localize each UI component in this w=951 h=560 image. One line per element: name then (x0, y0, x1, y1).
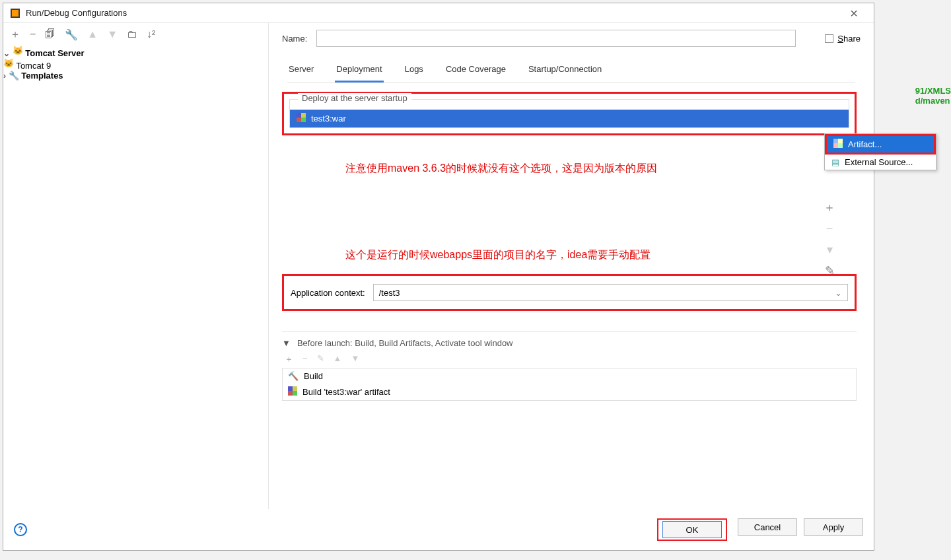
svg-text:🐱: 🐱 (13, 46, 23, 56)
sidebar: ＋ − 🗐 🔧 ▲ ▼ 🗀 ↓² ⌄ 🐱 Tomcat Server 🐱 T (3, 23, 269, 509)
move-down-icon[interactable]: ▼ (351, 353, 359, 365)
move-down-icon[interactable]: ▼ (107, 28, 118, 40)
svg-rect-5 (301, 118, 306, 122)
tab-startup-connection[interactable]: Startup/Connection (527, 60, 603, 83)
tomcat-icon: 🐱 (13, 48, 23, 58)
tomcat-icon: 🐱 (3, 61, 14, 71)
tree-node-tomcat-server[interactable]: ⌄ 🐱 Tomcat Server (3, 46, 268, 58)
tab-logs[interactable]: Logs (404, 60, 425, 83)
help-icon[interactable]: ? (14, 523, 27, 536)
remove-icon[interactable]: − (30, 28, 36, 40)
before-launch-item-label: Build 'test3:war' artifact (302, 387, 390, 397)
cancel-button[interactable]: Cancel (738, 518, 797, 536)
titlebar: Run/Debug Configurations × (3, 3, 874, 23)
popup-item-label: Artifact... (848, 139, 882, 149)
svg-rect-12 (833, 139, 838, 143)
appctx-select[interactable]: /test3 ⌄ (373, 284, 848, 301)
svg-rect-15 (833, 143, 838, 148)
svg-text:🐱: 🐱 (3, 58, 14, 69)
apply-button[interactable]: Apply (804, 518, 863, 536)
checkbox-icon[interactable] (825, 34, 833, 43)
tree-node-tomcat9[interactable]: 🐱 Tomcat 9 (3, 58, 268, 71)
intellij-icon (10, 8, 20, 18)
background-code-fragment: 91/XMLS d/maven (915, 86, 951, 106)
dialog-footer: ? OK Cancel Apply (3, 509, 874, 550)
tab-code-coverage[interactable]: Code Coverage (444, 60, 507, 83)
before-launch-item[interactable]: Build 'test3:war' artifact (283, 384, 856, 400)
annotation-1: 注意使用maven 3.6.3的时候就没有这个选项，这是因为版本的原因 (345, 162, 861, 176)
move-down-icon[interactable]: ▾ (822, 242, 837, 257)
appctx-label: Application context: (291, 288, 365, 298)
popup-item-label: External Source... (845, 157, 913, 167)
copy-icon[interactable]: 🗐 (45, 28, 55, 40)
add-icon[interactable]: ＋ (822, 200, 837, 215)
svg-rect-6 (301, 113, 306, 118)
before-launch-item-label: Build (304, 371, 323, 381)
before-launch-item[interactable]: 🔨 Build (283, 368, 856, 384)
artifact-icon (288, 386, 297, 398)
name-label: Name: (282, 34, 307, 44)
sidebar-toolbar: ＋ − 🗐 🔧 ▲ ▼ 🗀 ↓² (3, 23, 268, 46)
chevron-down-icon: ⌄ (835, 288, 842, 298)
name-input[interactable] (316, 30, 796, 47)
run-debug-dialog: Run/Debug Configurations × ＋ − 🗐 🔧 ▲ ▼ 🗀… (3, 3, 874, 551)
annotation-2: 这个是运行的时候webapps里面的项目的名字，idea需要手动配置 (345, 248, 861, 262)
wrench-icon[interactable]: 🔧 (65, 28, 78, 41)
svg-rect-14 (838, 139, 843, 143)
application-context-row: Application context: /test3 ⌄ (282, 274, 857, 311)
add-icon[interactable]: ＋ (10, 28, 20, 42)
close-icon[interactable]: × (841, 7, 867, 20)
add-deploy-popup: Artifact... ▤ External Source... (824, 133, 936, 170)
share-checkbox[interactable]: SSharehare (825, 34, 861, 44)
deploy-section-label: Deploy at the server startup (298, 93, 411, 103)
sort-icon[interactable]: ↓² (147, 28, 155, 40)
tree-label: Tomcat 9 (16, 61, 51, 71)
before-launch-toolbar: ＋ − ✎ ▲ ▼ (285, 353, 857, 365)
artifact-icon (833, 139, 843, 150)
file-icon: ▤ (831, 157, 839, 167)
tree-label: Templates (21, 71, 63, 81)
svg-rect-13 (838, 143, 843, 148)
deploy-section: Deploy at the server startup test3:war (282, 92, 857, 135)
tree-label: Tomcat Server (25, 48, 84, 58)
deploy-item-label: test3:war (311, 114, 346, 123)
move-up-icon[interactable]: ▲ (334, 353, 342, 365)
ok-highlight: OK (657, 518, 727, 541)
tabs: Server Deployment Logs Code Coverage Sta… (287, 60, 855, 83)
config-tree: ⌄ 🐱 Tomcat Server 🐱 Tomcat 9 › 🔧 Templat… (3, 46, 268, 509)
chevron-down-icon[interactable]: ▼ (282, 338, 291, 348)
main-panel: Name: SSharehare Server Deployment Logs … (269, 23, 874, 509)
svg-rect-1 (12, 10, 18, 17)
svg-rect-10 (293, 386, 297, 391)
move-up-icon[interactable]: ▲ (87, 28, 98, 40)
appctx-value: /test3 (379, 288, 400, 298)
artifact-icon (297, 113, 306, 124)
folder-icon[interactable]: 🗀 (127, 28, 137, 40)
tab-deployment[interactable]: Deployment (335, 60, 383, 83)
deploy-item[interactable]: test3:war (290, 110, 849, 127)
svg-rect-9 (293, 391, 297, 396)
before-launch-section: ▼ Before launch: Build, Build Artifacts,… (282, 331, 857, 401)
svg-rect-8 (288, 386, 293, 391)
deploy-side-toolbar: ＋ − ▾ ✎ (821, 200, 838, 278)
svg-rect-11 (288, 391, 293, 396)
popup-item-artifact[interactable]: Artifact... (827, 136, 934, 153)
tree-node-templates[interactable]: › 🔧 Templates (3, 71, 268, 81)
before-launch-label: Before launch: Build, Build Artifacts, A… (297, 338, 513, 348)
chevron-down-icon[interactable]: ⌄ (3, 49, 10, 58)
chevron-right-icon[interactable]: › (3, 71, 6, 81)
edit-icon[interactable]: ✎ (317, 353, 324, 365)
svg-rect-4 (297, 113, 301, 118)
hammer-build-icon: 🔨 (288, 371, 299, 381)
window-title: Run/Debug Configurations (26, 8, 841, 18)
remove-icon[interactable]: − (822, 221, 837, 236)
remove-icon[interactable]: − (302, 353, 308, 365)
share-label: SSharehare (837, 34, 861, 44)
popup-item-external-source[interactable]: ▤ External Source... (825, 155, 936, 170)
tab-server[interactable]: Server (287, 60, 315, 83)
wrench-icon: 🔧 (9, 71, 19, 81)
add-icon[interactable]: ＋ (285, 353, 293, 365)
svg-rect-7 (297, 118, 301, 122)
ok-button[interactable]: OK (662, 521, 722, 538)
edit-icon[interactable]: ✎ (822, 263, 837, 278)
